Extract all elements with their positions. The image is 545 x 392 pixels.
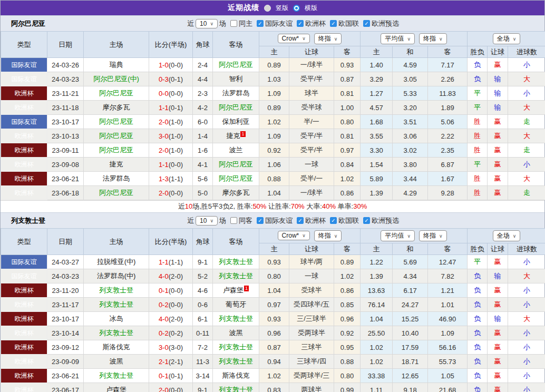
away-team-link[interactable]: 阿尔巴尼亚 (219, 103, 253, 111)
matches-table: 类型 日期 主场 比分(半场) 角球 客场 Crow*终指 平均值终指 全场 主… (1, 31, 545, 200)
horizontal-layout-radio[interactable] (293, 5, 300, 12)
result-goals: 大 (508, 312, 545, 326)
recent-count-select[interactable]: 10 (196, 19, 218, 28)
bookmaker-dropdown[interactable]: Crow* (278, 231, 310, 240)
halftime-score: (1-0) (169, 118, 183, 126)
average-dropdown[interactable]: 平均值 (381, 230, 415, 241)
home-team-link[interactable]: 拉脱维亚(中) (97, 258, 136, 266)
away-team-link[interactable]: 阿尔巴尼亚 (219, 174, 253, 182)
home-team-link[interactable]: 捷克 (110, 160, 123, 168)
league-euroqual-checkbox[interactable] (363, 217, 370, 224)
final-odds-dropdown-1[interactable]: 终指 (314, 33, 342, 44)
col-corner: 角球 (193, 32, 213, 58)
home-team-link[interactable]: 列支敦士登 (99, 286, 133, 294)
same-venue-checkbox[interactable] (230, 217, 237, 224)
away-team-link[interactable]: 摩尔多瓦 (222, 189, 250, 197)
away-team-link[interactable]: 葡萄牙 (226, 300, 246, 308)
match-date: 23-09-11 (47, 143, 84, 158)
avg-odds-home: 33.38 (361, 369, 393, 383)
match-type-badge: 欧洲杯 (1, 283, 47, 298)
fulltime-dropdown[interactable]: 全场 (493, 230, 521, 241)
away-team-link[interactable]: 阿尔巴尼亚 (219, 61, 253, 68)
home-team-link[interactable]: 摩尔多瓦 (103, 103, 130, 111)
away-team-link[interactable]: 阿尔巴尼亚 (219, 160, 253, 168)
league-euroqual-checkbox[interactable] (363, 20, 370, 27)
col-handicap-result: 让球 (488, 243, 508, 255)
away-team-link[interactable]: 卢森堡 (223, 286, 244, 294)
page-title: 近期战绩 (228, 3, 259, 13)
avg-odds-draw: 15.25 (393, 312, 428, 326)
match-type-badge: 欧洲杯 (1, 158, 47, 172)
away-team-link[interactable]: 列支敦士登 (219, 357, 253, 365)
result-goals: 小 (508, 298, 545, 312)
league-friendly-checkbox[interactable] (257, 217, 264, 224)
odds-handicap-line: 三球半/四 (289, 355, 334, 369)
final-odds-dropdown-2[interactable]: 终指 (419, 230, 447, 241)
away-team-link[interactable]: 波兰 (229, 146, 243, 154)
fulltime-dropdown[interactable]: 全场 (493, 33, 521, 44)
away-team-link[interactable]: 波黑 (229, 329, 243, 337)
result-goals: 小 (508, 255, 545, 269)
same-venue-checkbox[interactable] (230, 20, 237, 27)
home-team-cell: 捷克 (84, 158, 149, 172)
league-friendly-checkbox[interactable] (257, 20, 264, 27)
home-team-link[interactable]: 阿尔巴尼亚 (99, 146, 133, 154)
result-outcome: 平 (468, 158, 488, 172)
average-dropdown[interactable]: 平均值 (381, 33, 415, 44)
recent-count-select[interactable]: 10 (196, 216, 218, 226)
result-goals: 大 (508, 269, 545, 283)
home-team-link[interactable]: 阿尔巴尼亚 (99, 117, 133, 125)
home-team-cell: 斯洛伐克 (84, 340, 149, 355)
col-home: 主场 (84, 229, 149, 255)
league-eurocup-checkbox[interactable] (297, 217, 304, 224)
home-team-link[interactable]: 法罗群岛(中) (97, 272, 136, 280)
match-date: 23-09-09 (47, 355, 84, 369)
summary-text: 让胜率: (266, 202, 290, 210)
home-team-link[interactable]: 列支敦士登 (99, 300, 133, 308)
league-nationsleague-checkbox[interactable] (330, 217, 337, 224)
away-team-link[interactable]: 列支敦士登 (219, 315, 253, 322)
team-name[interactable]: 阿尔巴尼亚 (11, 19, 45, 28)
result-handicap: 赢 (488, 129, 508, 143)
match-score-cell: 2-1(2-1) (149, 355, 193, 369)
avg-odds-away: 2.35 (428, 143, 468, 158)
col-crow-home: 主 (259, 46, 289, 58)
team-section: 列支敦士登 近 10 场 同客 国际友谊 欧洲杯 欧国联 欧洲预选 (1, 212, 544, 392)
match-row: 欧洲杯23-06-21法罗群岛1-3(1-1)5-6阿尔巴尼亚0.88受半/一1… (1, 172, 545, 186)
avg-odds-home: 1.68 (361, 115, 393, 129)
away-team-link[interactable]: 斯洛伐克 (222, 371, 250, 379)
home-team-link[interactable]: 阿尔巴尼亚 (99, 189, 133, 197)
match-date: 23-11-17 (47, 298, 84, 312)
bookmaker-dropdown[interactable]: Crow* (278, 34, 310, 43)
home-team-link[interactable]: 斯洛伐克 (103, 343, 130, 351)
result-handicap: 赢 (488, 383, 508, 392)
league-nationsleague-checkbox[interactable] (330, 20, 337, 27)
match-type-badge: 欧洲杯 (1, 186, 47, 200)
home-team-link[interactable]: 列支敦士登 (99, 329, 133, 337)
home-team-link[interactable]: 列支敦士登 (99, 371, 133, 379)
away-team-link[interactable]: 列支敦士登 (219, 258, 253, 266)
away-team-link[interactable]: 列支敦士登 (219, 386, 253, 392)
home-team-link[interactable]: 卢森堡 (106, 386, 126, 392)
final-odds-dropdown-1[interactable]: 终指 (314, 230, 342, 241)
final-odds-dropdown-2[interactable]: 终指 (419, 33, 447, 44)
home-team-link[interactable]: 阿尔巴尼亚 (99, 89, 133, 97)
away-team-link[interactable]: 保加利亚 (222, 117, 250, 125)
home-team-link[interactable]: 阿尔巴尼亚(中) (93, 75, 139, 83)
result-goals: 小 (508, 383, 545, 392)
home-team-link[interactable]: 瑞典 (110, 61, 123, 68)
home-team-link[interactable]: 阿尔巴尼亚 (99, 132, 133, 140)
team-name[interactable]: 列支敦士登 (11, 216, 45, 226)
home-team-link[interactable]: 法罗群岛 (103, 174, 130, 182)
league-eurocup-checkbox[interactable] (297, 20, 304, 27)
away-team-link[interactable]: 捷克 (226, 132, 240, 140)
home-team-link[interactable]: 冰岛 (110, 315, 123, 322)
home-team-link[interactable]: 波黑 (110, 357, 123, 365)
away-team-link[interactable]: 智利 (229, 75, 243, 83)
away-team-link[interactable]: 法罗群岛 (222, 89, 250, 97)
vertical-layout-radio[interactable] (264, 5, 271, 12)
away-team-link[interactable]: 列支敦士登 (219, 343, 253, 351)
summary-text: 30% (353, 202, 367, 210)
away-team-link[interactable]: 列支敦士登 (219, 272, 253, 280)
avg-odds-draw: 18.71 (393, 355, 428, 369)
